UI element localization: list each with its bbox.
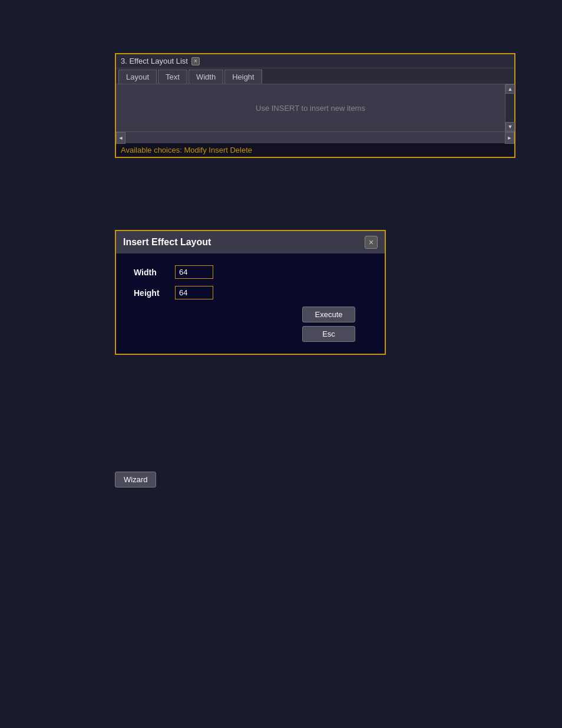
effect-layout-title: 3. Effect Layout List: [121, 57, 188, 65]
width-label: Width: [134, 268, 169, 277]
vertical-scrollbar[interactable]: ▲ ▼: [505, 84, 514, 131]
available-choices-label: Available choices: Modify Insert Delete: [116, 143, 514, 157]
scroll-left-arrow[interactable]: ◄: [116, 132, 125, 144]
insert-effect-layout-panel: Insert Effect Layout × Width Height Exec…: [115, 230, 386, 355]
insert-panel-title: Insert Effect Layout: [123, 237, 211, 248]
insert-titlebar: Insert Effect Layout ×: [116, 231, 385, 253]
insert-body: Width Height Execute Esc: [116, 253, 385, 354]
effect-layout-titlebar: 3. Effect Layout List ×: [116, 54, 514, 68]
effect-layout-close-button[interactable]: ×: [191, 57, 200, 65]
insert-buttons-group: Execute Esc: [134, 307, 373, 342]
tab-layout[interactable]: Layout: [118, 70, 157, 84]
tab-text[interactable]: Text: [158, 70, 187, 84]
tab-height[interactable]: Height: [224, 70, 262, 84]
width-field-row: Width: [134, 265, 373, 279]
effect-layout-bottom-bar: ◄ ►: [116, 131, 514, 143]
scroll-right-arrow[interactable]: ►: [505, 132, 514, 144]
height-label: Height: [134, 288, 169, 298]
scroll-track-horizontal[interactable]: [125, 132, 505, 143]
effect-layout-tabs: Layout Text Width Height: [116, 68, 514, 84]
height-input[interactable]: [175, 286, 213, 299]
scroll-down-arrow[interactable]: ▼: [505, 122, 515, 131]
tab-width[interactable]: Width: [189, 70, 223, 84]
height-field-row: Height: [134, 286, 373, 299]
wizard-button[interactable]: Wizard: [115, 472, 156, 487]
insert-close-button[interactable]: ×: [365, 236, 378, 249]
effect-layout-empty-message: Use INSERT to insert new items: [116, 84, 505, 131]
scroll-up-arrow[interactable]: ▲: [505, 84, 515, 94]
execute-button[interactable]: Execute: [302, 307, 355, 322]
effect-layout-content-area: Use INSERT to insert new items ▲ ▼: [116, 84, 514, 131]
effect-layout-panel: 3. Effect Layout List × Layout Text Widt…: [115, 53, 515, 158]
width-input[interactable]: [175, 265, 213, 279]
scroll-track-vertical[interactable]: [505, 94, 514, 122]
esc-button[interactable]: Esc: [302, 326, 355, 342]
